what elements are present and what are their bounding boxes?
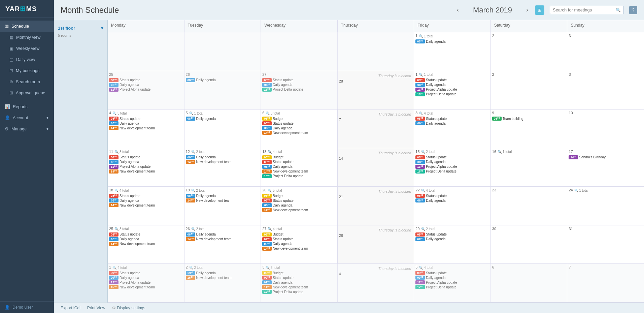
event-item[interactable]: 14⁰⁰New development team [186, 160, 260, 164]
calendar-cell-1-3[interactable]: Thursday is blocked28 [338, 71, 414, 109]
event-item[interactable]: 09⁰⁰Daily agenda [262, 242, 336, 246]
calendar-cell-6-5[interactable]: 6 [491, 264, 568, 302]
event-item[interactable]: 14⁰⁰New development team [186, 198, 260, 202]
event-item[interactable]: 09⁰⁰Daily agenda [262, 280, 336, 284]
calendar-cell-6-6[interactable]: 7 [567, 264, 644, 302]
event-item[interactable]: 08⁰⁰Status update [415, 155, 489, 159]
event-item[interactable]: 12⁰⁰Project Alpha update [109, 280, 183, 284]
event-item[interactable]: 11⁰⁰Project Alpha update [109, 165, 183, 169]
event-item[interactable]: 08⁰⁰Budget [262, 117, 336, 121]
calendar-cell-5-5[interactable]: 30 [491, 225, 568, 264]
event-item[interactable]: 08⁵⁰Daily agenda [186, 78, 260, 82]
calendar-cell-0-5[interactable]: 2 [491, 32, 568, 71]
calendar-cell-3-5[interactable]: 16🔍 1 total [491, 148, 568, 187]
calendar-cell-2-6[interactable]: 10 [567, 109, 644, 148]
calendar-cell-1-6[interactable]: 3 [567, 71, 644, 109]
calendar-cell-6-1[interactable]: 2🔍 2 total09¹⁰Daily agenda15⁰⁰New develo… [184, 264, 261, 302]
event-item[interactable]: 14⁰⁰New development team [262, 208, 336, 212]
event-item[interactable]: 08⁰⁰Status update [415, 194, 489, 198]
calendar-cell-4-6[interactable]: 24🔍 1 total [567, 187, 644, 225]
calendar-cell-5-4[interactable]: 29🔍 2 total09⁰⁰Status update09⁰⁰Daily ag… [414, 225, 491, 264]
export-ical-button[interactable]: Export iCal [61, 306, 80, 310]
event-item[interactable]: 14⁰⁰New development team [262, 285, 336, 289]
event-item[interactable]: 08⁰⁰Budget [262, 155, 336, 159]
calendar-cell-4-3[interactable]: Thursday is blocked21 [338, 187, 414, 225]
search-input[interactable] [553, 7, 614, 12]
sidebar-item-monthly[interactable]: ▦ Monthly view [0, 32, 54, 43]
calendar-cell-6-2[interactable]: 3🔍 5 total09⁰⁰Budget09⁰⁰Status update09⁰… [261, 264, 338, 302]
event-item[interactable]: 08⁰⁰Daily agenda [186, 117, 260, 121]
event-item[interactable]: 09⁰⁰Daily agenda [415, 237, 489, 241]
event-item[interactable]: 08³⁰Daily agenda [109, 198, 183, 202]
event-item[interactable]: 08³⁰Daily agenda [415, 121, 489, 125]
event-item[interactable]: 09⁰⁰Status update [415, 232, 489, 237]
event-item[interactable]: 08⁰⁰Daily agenda [415, 39, 489, 43]
event-item[interactable]: 08⁰⁰Status update [109, 117, 183, 121]
calendar-cell-0-0[interactable] [108, 32, 184, 71]
event-item[interactable]: 14⁰⁰New development team [109, 242, 183, 246]
calendar-cell-3-4[interactable]: 15🔍 2 total08⁰⁰Status update08³⁰Daily ag… [414, 148, 491, 187]
sidebar-item-approval[interactable]: ⊞ Approval queue [0, 87, 54, 98]
event-item[interactable]: 08³⁰Daily agenda [109, 160, 183, 164]
event-item[interactable]: 08⁰⁰Status update [109, 78, 183, 82]
event-item[interactable]: 16⁰⁰Project Delta update [415, 169, 489, 174]
event-item[interactable]: 08³⁰Daily agenda [109, 121, 183, 125]
calendar-cell-2-3[interactable]: Thursday is blocked7 [338, 109, 414, 148]
calendar-cell-3-3[interactable]: Thursday is blocked14 [338, 148, 414, 187]
calendar-cell-5-1[interactable]: 26🔍 2 total08⁵⁰Daily agenda14⁰⁰New devel… [184, 225, 261, 264]
event-item[interactable]: 08⁰⁰Budget [262, 194, 336, 198]
event-item[interactable]: 08⁵⁰Daily agenda [186, 155, 260, 159]
calendar-cell-6-4[interactable]: 5🔍 4 total09⁰⁰Status update09⁰⁰Daily age… [414, 264, 491, 302]
calendar-cell-1-5[interactable]: 2 [491, 71, 568, 109]
calendar-cell-0-2[interactable] [261, 32, 338, 71]
calendar-cell-5-3[interactable]: Thursday is blocked28 [338, 225, 414, 264]
event-item[interactable]: 08⁰⁰Status update [415, 117, 489, 121]
event-item[interactable]: 16⁰⁰Project Delta update [262, 88, 336, 92]
event-item[interactable]: 09⁰⁰Status update [415, 271, 489, 275]
event-item[interactable]: 17⁰⁰Project Delta update [415, 285, 489, 289]
event-item[interactable]: 08⁰⁰Status update [262, 121, 336, 125]
event-item[interactable]: 08⁰⁰Status update [262, 198, 336, 202]
event-item[interactable]: 14⁰⁰New development team [186, 237, 260, 241]
event-item[interactable]: 08³⁰Daily agenda [262, 165, 336, 169]
calendar-cell-1-2[interactable]: 2708⁰⁰Status update08³⁰Daily agenda16⁰⁰P… [261, 71, 338, 109]
event-item[interactable]: 08⁰⁰Status update [109, 155, 183, 159]
floor-header[interactable]: 1st floor ▾ [54, 24, 107, 33]
calendar-cell-3-0[interactable]: 11🔍 3 total08⁰⁰Status update08³⁰Daily ag… [108, 148, 184, 187]
event-item[interactable]: 16⁰⁰Project Delta update [262, 174, 336, 178]
event-item[interactable]: 08³⁰Daily agenda [415, 160, 489, 164]
event-item[interactable]: 09¹⁰Daily agenda [186, 271, 260, 275]
prev-month-button[interactable]: ‹ [454, 5, 462, 15]
calendar-cell-1-1[interactable]: 2608⁵⁰Daily agenda [184, 71, 261, 109]
event-item[interactable]: 09⁰⁰Daily agenda [415, 276, 489, 280]
event-item[interactable]: 14⁰⁰New development team [109, 126, 183, 130]
event-item[interactable]: 15⁰⁰New development team [109, 285, 183, 289]
sidebar-item-weekly[interactable]: ▣ Weekly view [0, 43, 54, 54]
event-item[interactable]: 14⁰⁰New development team [262, 247, 336, 251]
event-item[interactable]: 08⁵⁰Daily agenda [186, 194, 260, 198]
calendar-cell-2-1[interactable]: 5🔍 1 total08⁰⁰Daily agenda [184, 109, 261, 148]
event-item[interactable]: 08³⁰Daily agenda [109, 237, 183, 241]
calendar-cell-2-2[interactable]: 6🔍 3 total08⁰⁰Budget08⁰⁰Status update08³… [261, 109, 338, 148]
event-item[interactable]: 08³⁰Daily agenda [262, 203, 336, 207]
calendar-cell-5-6[interactable]: 31 [567, 225, 644, 264]
calendar-cell-5-2[interactable]: 27🔍 4 total08⁰⁰Budget09⁰⁰Status update09… [261, 225, 338, 264]
calendar-cell-6-0[interactable]: 1🔍 4 total09⁰⁰Status update09⁰⁰Daily age… [108, 264, 184, 302]
event-item[interactable]: 08³⁰Daily agenda [109, 83, 183, 87]
event-item[interactable]: 09⁰⁰Status update [262, 276, 336, 280]
event-item[interactable]: 14⁰⁰New development team [262, 169, 336, 174]
sidebar-item-reports[interactable]: 📊 Reports [0, 101, 54, 112]
calendar-cell-4-4[interactable]: 22🔍 4 total08⁰⁰Status update08³⁰Daily ag… [414, 187, 491, 225]
calendar-cell-0-1[interactable] [184, 32, 261, 71]
calendar-cell-0-3[interactable] [338, 32, 414, 71]
event-item[interactable]: 08⁰⁰Team building [492, 117, 566, 121]
display-settings-button[interactable]: ⚙ Display settings [112, 306, 145, 310]
event-item[interactable]: 09⁰⁰Budget [262, 271, 336, 275]
event-item[interactable]: 08⁰⁰Budget [262, 232, 336, 237]
sidebar-item-mybookings[interactable]: ⊡ My bookings [0, 65, 54, 76]
event-item[interactable]: 09⁰⁰Daily agenda [109, 276, 183, 280]
event-item[interactable]: 08⁰⁰Status update [109, 194, 183, 198]
event-item[interactable]: 16⁰⁰Project Delta update [415, 92, 489, 96]
sidebar-item-daily[interactable]: ▢ Daily view [0, 54, 54, 65]
event-item[interactable]: 08⁵⁰Daily agenda [186, 232, 260, 237]
